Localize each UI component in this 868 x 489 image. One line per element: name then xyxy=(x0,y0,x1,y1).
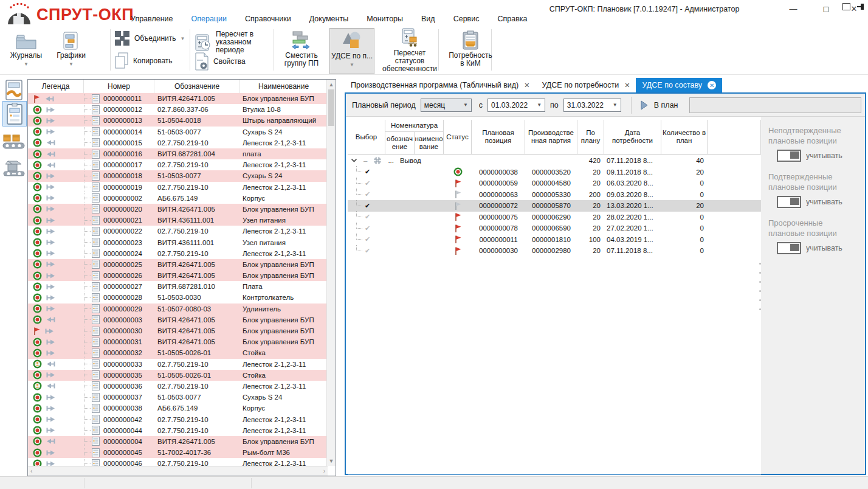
table-row[interactable]: 000000004602.7.750.219-10Лепесток 2-1,2-… xyxy=(28,458,328,466)
table-row[interactable]: 0000000021ВИТЯ.436111.001Узел питания xyxy=(28,215,328,226)
plan-column-header[interactable]: Плановая позиция xyxy=(472,120,525,154)
table-row[interactable]: 000000002402.7.750.219-10Лепесток 2-1,2-… xyxy=(28,248,328,259)
plan-column-header[interactable]: обознач ение xyxy=(385,132,415,154)
menu-item-Документы[interactable]: Документы xyxy=(308,13,350,24)
date-from-select[interactable]: 01.03.2022▼ xyxy=(487,99,545,112)
plan-row[interactable]: ✔0000000011000000181010004.03.2019 1...0 xyxy=(348,234,761,246)
table-row[interactable]: 0000000004ВИТЯ.426471.005Блок управления… xyxy=(28,436,328,447)
plan-column-header[interactable]: наимено вание xyxy=(415,132,444,154)
table-row[interactable]: 0000000031ВИТЯ.426471.005Блок управления… xyxy=(28,336,328,347)
row-checkbox[interactable]: ✔ xyxy=(365,247,370,255)
table-row[interactable]: 000000001702.7.750.219-10Лепесток 2-1,2-… xyxy=(28,159,328,170)
row-checkbox[interactable]: ✔ xyxy=(365,190,370,198)
tab-close-icon[interactable]: ✕ xyxy=(624,82,630,89)
vertical-scrollbar[interactable]: ▲ ▼ xyxy=(326,80,336,466)
plan-column-header[interactable]: По плану xyxy=(577,120,604,154)
menu-item-Сервис[interactable]: Сервис xyxy=(452,13,481,24)
scroll-up-icon[interactable]: ▲ xyxy=(327,82,336,88)
table-row[interactable]: 000000003551-0505-0026-01Стойка xyxy=(28,370,328,381)
ribbon-button-udse[interactable]: УДСЕ по п...▼ xyxy=(329,28,374,74)
date-to-select[interactable]: 31.03.2022▼ xyxy=(563,99,621,112)
column-header-1[interactable]: Легенда xyxy=(28,80,84,93)
plan-row[interactable]: ✔000000007200000058702013.03.2020 1...20 xyxy=(348,200,761,212)
plan-column-header[interactable]: Производстве нная партия xyxy=(525,120,577,154)
chevron-down-icon[interactable]: ▼ xyxy=(24,60,29,68)
table-row[interactable]: 0000000023ВИТЯ.436111.001Узел питания xyxy=(28,237,328,248)
plan-row[interactable]: ✔000000003800000035202009.11.2018 8...20 xyxy=(348,167,761,178)
menu-item-Мониторы[interactable]: Мониторы xyxy=(365,13,405,24)
plan-column-header[interactable]: Количество в план xyxy=(661,120,708,154)
ribbon-button-journals-folder[interactable]: Журналы▼ xyxy=(6,28,46,73)
plan-root-row[interactable]: –...Вывод42007.11.2018 8...40 xyxy=(348,155,761,167)
period-select[interactable]: месяц▼ xyxy=(421,99,472,112)
chevron-down-icon[interactable]: ▼ xyxy=(181,35,185,43)
ribbon-button-properties[interactable]: Свойства xyxy=(195,52,266,71)
table-row[interactable]: 000000004551-7002-4017-36Рым-болт М36 xyxy=(28,447,328,458)
table-row[interactable]: 000000001502.7.750.219-10Лепесток 2-1,2-… xyxy=(28,137,328,148)
restore-pane-icon[interactable] xyxy=(842,3,850,10)
table-row[interactable]: 0000000003ВИТЯ.426471.005Блок управления… xyxy=(28,314,328,325)
plan-row[interactable]: ✔000000003000000029802007.11.2018 8...0 xyxy=(348,245,761,257)
ribbon-button-recalc-period[interactable]: Пересчет в указанном периоде xyxy=(195,30,266,54)
plan-column-header[interactable]: Дата потребности xyxy=(604,120,661,154)
table-row[interactable]: 0000000016ВИТЯ.687281.004плата xyxy=(28,148,328,159)
nav-item-shipment[interactable] xyxy=(2,156,26,180)
row-checkbox[interactable]: ✔ xyxy=(365,235,370,243)
chevron-expand-icon[interactable] xyxy=(351,158,357,163)
plan-row[interactable]: ✔0000000063000000533020009.03.2020 8...0 xyxy=(348,189,761,201)
table-row[interactable]: 000000001351-0504-0018Штырь направляющий xyxy=(28,115,328,126)
table-row[interactable]: 000000002951-0507-0080-03Удлинитель xyxy=(28,303,328,314)
table-row[interactable]: 000000001851-0503-0077Сухарь S 24 xyxy=(28,170,328,181)
tree-collapse-icon[interactable]: – xyxy=(363,157,367,164)
maximize-button[interactable]: ◻ xyxy=(812,0,840,17)
pin-pane-icon[interactable] xyxy=(856,3,865,10)
table-row[interactable]: 000000004202.7.750.219-10Лепесток 2-1,2-… xyxy=(28,414,328,425)
minimize-button[interactable]: — xyxy=(779,0,807,17)
menu-item-Справочники[interactable]: Справочники xyxy=(243,13,293,24)
table-row[interactable]: 000000003251-0505-0026-01Стойка xyxy=(28,347,328,358)
table-row[interactable]: 000000001902.7.750.219-10Лепесток 2-1,2-… xyxy=(28,182,328,193)
table-row[interactable]: 0000000025ВИТЯ.426471.005Блок управления… xyxy=(28,259,328,270)
tab-УДСЕ по потребности[interactable]: УДСЕ по потребности✕ xyxy=(536,78,636,92)
plan-column-header[interactable]: Номенклатура xyxy=(385,120,444,132)
nav-item-contract[interactable] xyxy=(2,78,26,102)
ribbon-button-copy[interactable]: Копировать xyxy=(114,52,186,69)
tab-УДСЕ по составу[interactable]: УДСЕ по составу✕ xyxy=(636,78,722,92)
toggle-switch[interactable] xyxy=(777,150,801,162)
tab-close-icon[interactable]: ✕ xyxy=(524,82,529,89)
table-row[interactable]: 000000003302.7.750.219-10Лепесток 2-1,2-… xyxy=(28,359,328,370)
filter-toggle-2[interactable]: учитывать xyxy=(777,196,865,208)
column-header-3[interactable]: Обозначение xyxy=(154,80,240,93)
plan-column-header[interactable] xyxy=(708,120,761,154)
ribbon-button-recalc-status[interactable]: Пересчет статусов обеспеченности xyxy=(378,28,441,73)
table-row[interactable]: 0000000030ВИТЯ.426471.005Блок управления… xyxy=(28,325,328,336)
scroll-right-icon[interactable]: › xyxy=(323,468,325,474)
table-row[interactable]: 000000001202.7.860.337-06Втулка 10-8 xyxy=(28,104,328,115)
plan-row[interactable]: ✔000000005900000045802006.03.2020 8...0 xyxy=(348,178,761,189)
menu-item-Вид[interactable]: Вид xyxy=(419,13,437,24)
to-plan-button[interactable]: В план xyxy=(640,100,678,110)
plan-column-header[interactable]: Выбор xyxy=(348,120,385,154)
filter-toggle-1[interactable]: учитывать xyxy=(777,150,865,162)
plan-row[interactable]: ✔000000007800000065902027.02.2020 1...0 xyxy=(348,223,761,234)
ribbon-button-shift-group[interactable]: Сместить группу ПП xyxy=(278,28,325,73)
column-header-4[interactable]: Наименование xyxy=(240,80,328,93)
table-row[interactable]: 000000004402.7.750.219-10Лепесток 2-1,2-… xyxy=(28,425,328,436)
plan-row[interactable]: ✔000000007500000062902028.02.2020 1...0 xyxy=(348,212,761,223)
row-checkbox[interactable]: ✔ xyxy=(365,224,370,232)
scroll-left-icon[interactable]: ‹ xyxy=(30,468,32,474)
plan-column-header[interactable]: Статус xyxy=(444,120,472,154)
chevron-down-icon[interactable]: ▼ xyxy=(350,61,354,69)
menu-item-Управление[interactable]: Управление xyxy=(129,13,175,24)
row-checkbox[interactable]: ✔ xyxy=(365,168,370,176)
tab-Производственная программа (Табличный вид)[interactable]: Производственная программа (Табличный ви… xyxy=(345,78,536,92)
table-row[interactable]: 000000002851-0503-0030Контртолкатель xyxy=(28,292,328,303)
chevron-down-icon[interactable]: ▼ xyxy=(69,60,74,68)
table-row[interactable]: 000000002202.7.750.219-10Лепесток 2-1,2-… xyxy=(28,226,328,237)
table-row[interactable]: 0000000002АБ6.675.149Корпус xyxy=(28,193,328,204)
menu-item-Справка[interactable]: Справка xyxy=(495,13,529,24)
table-row[interactable]: 000000003602.7.750.219-10Лепесток 2-1,2-… xyxy=(28,381,328,392)
horizontal-scrollbar[interactable]: ‹ › xyxy=(28,466,328,476)
row-checkbox[interactable]: ✔ xyxy=(365,179,370,187)
table-row[interactable]: 0000000027ВИТЯ.687281.010Плата xyxy=(28,281,328,292)
